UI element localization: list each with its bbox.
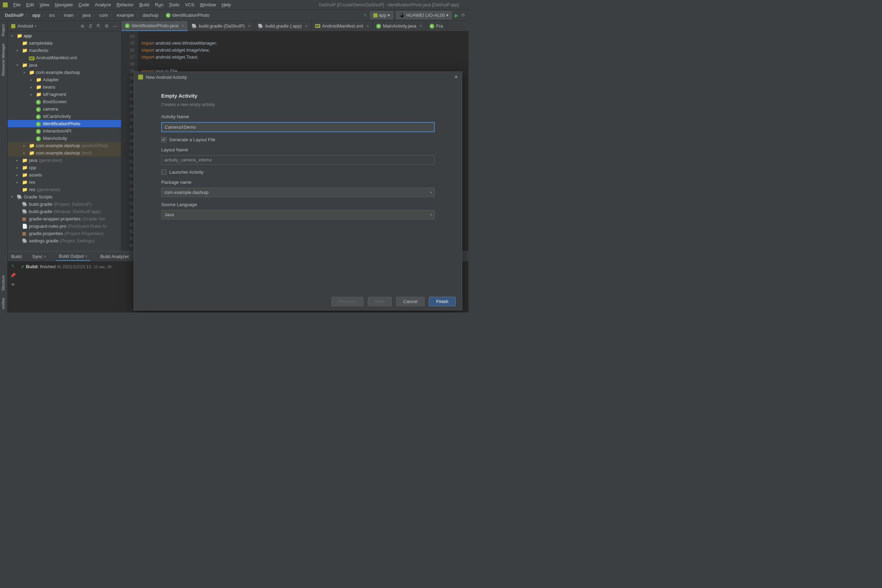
tree-java-gen[interactable]: ▸📁java(generated) [8,157,121,164]
finish-button[interactable]: Finish [429,297,456,306]
menu-tools[interactable]: Tools [166,2,182,8]
menu-view[interactable]: View [37,2,52,8]
language-select[interactable] [161,210,435,219]
close-icon[interactable]: × [248,23,251,28]
target-icon[interactable]: ⊕ [81,23,84,28]
run-icon[interactable]: ▶ [455,12,458,18]
crumb-8[interactable]: IdentificationPhoto [171,12,211,18]
minimize-icon[interactable]: — [113,23,117,28]
tree-pkg-androidtest[interactable]: ▸📁com.example.dashuip(androidTest) [8,142,121,149]
tree-gradle-wrapper[interactable]: ▦gradle-wrapper.properties(Gradle Ver [8,215,121,222]
dialog-close-icon[interactable]: × [455,74,458,80]
debug-icon[interactable]: ⟳ [461,12,465,18]
close-icon[interactable]: × [305,23,308,28]
crumb-1[interactable]: app [31,12,42,18]
crumb-2[interactable]: src [48,12,57,18]
tree-res-gen[interactable]: 📁res(generated) [8,186,121,193]
tree-camera[interactable]: Ccamera [8,105,121,112]
tree-interaction[interactable]: CInteractionAPI [8,127,121,135]
tab-resource-manager[interactable]: Resource Manager [0,40,8,80]
menu-code[interactable]: Code [76,2,92,8]
crumb-5[interactable]: com [98,12,110,18]
collapse-icon[interactable]: ⇱ [97,23,101,28]
project-view-title[interactable]: Android [17,23,33,28]
close-icon[interactable]: × [419,23,422,28]
menu-vcs[interactable]: VCS [182,2,197,8]
tree-idphoto[interactable]: CIdentificationPhoto [8,120,121,127]
tree-build-gradle-proj[interactable]: 🐘build.gradle(Project: DaShuIP) [8,201,121,208]
device-dropdown[interactable]: 📱 HUAWEI LIO-AL00 ▾ [396,11,452,19]
hammer-icon[interactable]: ↖ [11,263,15,268]
package-select[interactable] [161,188,435,197]
gear-icon[interactable]: ⚙ [105,23,109,28]
next-button[interactable]: Next [368,297,392,306]
build-tab-analyzer[interactable]: Build Analyzer [97,252,132,261]
build-tab-sync[interactable]: Sync × [30,252,49,261]
editor-tab-1[interactable]: 🐘build.gradle (DaShuIP)× [188,21,254,31]
crumb-3[interactable]: main [62,12,75,18]
close-icon[interactable]: × [366,23,369,28]
build-at: At 2021/12/23 11: [57,264,93,269]
tree-gradle-scripts[interactable]: ▾🐘Gradle Scripts [8,193,121,201]
build-tab-output[interactable]: Build Output × [56,252,91,261]
pin-icon[interactable]: 📌 [10,273,16,278]
tree-bootscreen[interactable]: CBootScreen [8,98,121,105]
tree-pkg-test[interactable]: ▸📁com.example.dashuip(test) [8,149,121,157]
activity-name-input[interactable] [161,122,435,132]
close-icon[interactable]: × [44,254,47,259]
device-label: HUAWEI LIO-AL00 [406,12,445,18]
close-icon[interactable]: × [85,254,88,259]
tree-adapter[interactable]: ▸📁Adapter [8,76,121,83]
chevron-down-icon: ▾ [388,12,390,18]
tree-idcard[interactable]: CIdCardActivity [8,112,121,120]
launcher-checkbox[interactable] [161,170,167,175]
menu-refactor[interactable]: Refactor [114,2,137,8]
menu-navigate[interactable]: Navigate [52,2,75,8]
expand-icon[interactable]: ⇵ [89,23,92,28]
tree-java[interactable]: ▾📁java [8,62,121,69]
menu-run[interactable]: Run [152,2,166,8]
tree-sampledata[interactable]: 📁sampledata [8,39,121,47]
tree-build-gradle-mod[interactable]: 🐘build.gradle(Module: DaShuIP.app) [8,208,121,215]
tree-pkg[interactable]: ▾📁com.example.dashuip [8,69,121,76]
tree-mainactivity[interactable]: CMainActivity [8,135,121,142]
editor-tab-5[interactable]: CFra [426,21,447,31]
tab-favorites[interactable]: vorites [0,294,8,312]
eye-icon[interactable]: 👁 [11,282,15,287]
generate-layout-checkbox[interactable]: ✔ [161,137,167,142]
tree-proguard[interactable]: 📄proguard-rules.pro(ProGuard Rules fo [8,222,121,230]
tree-assets[interactable]: ▸📁assets [8,171,121,178]
menu-build[interactable]: Build [137,2,152,8]
tree-androidmanifest[interactable]: MFAndroidManifest.xml [8,54,121,62]
editor-tab-3[interactable]: MFAndroidManifest.xml× [311,21,373,31]
crumb-4[interactable]: java [81,12,92,18]
tab-structure[interactable]: Structure [0,272,8,294]
tree-beans[interactable]: ▸📁beans [8,83,121,91]
layout-name-input[interactable] [161,155,435,165]
tree-idfragment[interactable]: ▸📁IdFragment [8,91,121,98]
crumb-7[interactable]: dashuip [141,12,160,18]
tree-settings-gradle[interactable]: 🐘settings.gradle(Project Settings) [8,237,121,244]
menu-analyze[interactable]: Analyze [92,2,114,8]
editor-tab-0[interactable]: CIdentificationPhoto.java× [122,21,188,31]
menu-help[interactable]: Help [219,2,234,8]
previous-button[interactable]: Previous [331,297,364,306]
tab-project[interactable]: Project [0,21,8,40]
build-icon[interactable]: ↖ [364,12,367,18]
menu-file[interactable]: File [11,2,23,8]
menu-edit[interactable]: Edit [23,2,37,8]
crumb-6[interactable]: example [116,12,135,18]
tree-app[interactable]: ▾📁app [8,32,121,39]
tree-res[interactable]: ▸📁res [8,178,121,186]
menu-window[interactable]: Window [197,2,219,8]
editor-tab-4[interactable]: CMainActivity.java× [373,21,426,31]
close-icon[interactable]: × [182,23,184,28]
tree-cpp[interactable]: ▸📁cpp [8,164,121,171]
crumb-0[interactable]: DaShuIP [3,12,25,18]
chevron-down-icon[interactable]: ▾ [35,24,36,28]
tree-gradle-props[interactable]: ▦gradle.properties(Project Properties) [8,230,121,237]
editor-tab-2[interactable]: 🐘build.gradle (:app)× [254,21,311,31]
run-config-dropdown[interactable]: app ▾ [370,11,394,19]
cancel-button[interactable]: Cancel [396,297,425,306]
tree-manifests[interactable]: ▾📁manifests [8,47,121,54]
